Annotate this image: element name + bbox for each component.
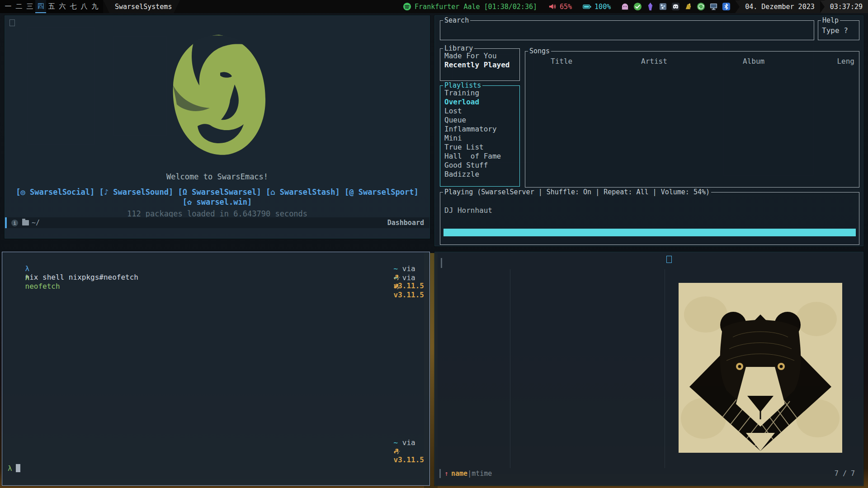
playlist-item[interactable]: Queue — [440, 116, 519, 125]
emacs-window[interactable]: Welcome to SwarsEmacs! [◎ SwarselSocial]… — [5, 15, 430, 239]
workspace-8[interactable]: 八 — [79, 0, 90, 13]
prompt-right-2: ~ via v3.11.5 — [376, 265, 424, 308]
packages-loaded-line: 112 packages loaded in 6.643790 seconds — [5, 209, 429, 218]
workspace-2[interactable]: 二 — [14, 0, 24, 13]
progress-bar[interactable] — [443, 229, 856, 236]
modeline-accent-bar — [5, 217, 7, 228]
sort-direction-icon[interactable]: ↑ — [444, 469, 451, 478]
library-item[interactable]: Recently Played — [440, 61, 519, 70]
swarsel-face-logo — [167, 31, 271, 167]
help-hint: Type ? — [822, 26, 848, 35]
file-count: 7 / 7 — [835, 469, 859, 478]
dashboard-link-swarsel-win[interactable]: [✿ swarsel.win] — [5, 197, 429, 206]
now-playing-widget[interactable]: Frankfurter Aale [01:38/02:36] — [397, 0, 542, 13]
clock-widget[interactable]: 03:37:29 — [825, 0, 868, 13]
info-circle-icon: i — [11, 220, 18, 226]
volume-value: 65% — [560, 3, 572, 11]
battery-value: 100% — [594, 3, 611, 11]
now-playing-text: Frankfurter Aale [01:38/02:36] — [415, 3, 537, 11]
playlist-item[interactable]: True List — [440, 143, 519, 152]
playlist-item[interactable]: Mini — [440, 134, 519, 143]
playlist-item[interactable]: Hall of Fame — [440, 152, 519, 161]
emacs-modeline: i ~/ Dashboard — [5, 217, 429, 228]
help-box: Help Type ? — [818, 20, 859, 40]
battery-icon — [583, 2, 591, 11]
songs-label: Songs — [528, 47, 551, 55]
volume-widget[interactable]: 65% — [542, 0, 577, 13]
playlist-item[interactable]: Overload — [440, 98, 519, 107]
modeline-path: ~/ — [32, 219, 40, 227]
playlist-item[interactable]: Good Stuff — [440, 161, 519, 170]
monitor-icon[interactable] — [709, 2, 718, 11]
workspace-1[interactable]: 一 — [3, 0, 14, 13]
workspace-5[interactable]: 五 — [46, 0, 57, 13]
search-box[interactable]: Search — [440, 20, 814, 40]
prompt-right-3: ~ via v3.11.5 — [376, 430, 424, 473]
clock-text: 03:37:29 — [830, 3, 863, 11]
command-2: neofetch — [25, 282, 60, 291]
help-label: Help — [821, 16, 840, 24]
dashboard-links[interactable]: [◎ SwarselSocial] [♪ SwarselSound] [Ω Sw… — [5, 188, 429, 197]
library-item[interactable]: Made For You — [440, 52, 519, 61]
playing-artist: DJ Hornhaut — [444, 206, 492, 215]
songs-box[interactable]: Songs Title Artist Album Leng — [525, 51, 859, 188]
workspace-4[interactable]: 四 — [35, 0, 46, 13]
playlists-label: Playlists — [443, 81, 482, 89]
workspace-7[interactable]: 七 — [68, 0, 79, 13]
workspace-3[interactable]: 三 — [24, 0, 35, 13]
file-manager-window[interactable]: ↑ name |mtime 7 / 7 — [434, 252, 863, 486]
shell-prompt[interactable]: λ — [8, 464, 20, 473]
system-tray[interactable] — [616, 0, 735, 13]
bear-artwork-preview — [679, 283, 842, 453]
text-cursor — [16, 464, 20, 472]
songs-header-row: Title Artist Album Leng — [525, 57, 859, 66]
playlist-item[interactable]: Training — [440, 89, 519, 98]
date-widget[interactable]: 04. Dezember 2023 — [740, 0, 820, 13]
status-bar: 一二三四五六七八九 SwarselSystems Frankfurter Aal… — [0, 0, 868, 13]
progress-fill — [443, 229, 856, 236]
playlist-item[interactable]: Badizzle — [440, 170, 519, 179]
window-tab-icon — [9, 19, 15, 26]
modeline-buffer-name: Dashboard — [387, 219, 424, 227]
welcome-banner: Welcome to SwarsEmacs! — [5, 172, 429, 181]
sort-alt-field[interactable]: |mtime — [467, 469, 492, 478]
workspace-9[interactable]: 九 — [90, 0, 100, 13]
workspace-switcher[interactable]: 一二三四五六七八九 — [0, 0, 103, 13]
now-playing-box: Playing (SwarselServer | Shuffle: On | R… — [440, 192, 859, 245]
terminal-window[interactable]: λ nix shell nixpkgs#neofetch ~ via v3.11… — [2, 252, 430, 486]
focused-window-title: SwarselSystems — [103, 0, 180, 13]
battery-widget[interactable]: 100% — [577, 0, 616, 13]
turtle-icon[interactable] — [684, 2, 693, 11]
playlist-item[interactable]: Inflammatory — [440, 125, 519, 134]
date-text: 04. Dezember 2023 — [745, 3, 815, 11]
playlists-box[interactable]: Playlists TrainingOverloadLostQueueInfla… — [440, 85, 520, 187]
python-icon — [394, 448, 400, 455]
prompt-lambda: λ — [25, 273, 30, 282]
library-label: Library — [443, 44, 474, 52]
syncthing-icon[interactable] — [697, 2, 705, 11]
speaker-icon — [548, 2, 557, 11]
music-player-window[interactable]: Search Help Type ? Library Made For YouR… — [434, 15, 863, 246]
python-icon — [394, 283, 400, 290]
library-box[interactable]: Library Made For YouRecently Played — [440, 48, 520, 81]
notification-ghost-icon[interactable] — [621, 2, 629, 11]
pixel-app-icon[interactable] — [659, 2, 667, 11]
workspace-6[interactable]: 六 — [57, 0, 68, 13]
search-label: Search — [443, 16, 470, 24]
preview-tab-icon — [666, 256, 672, 263]
bluetooth-icon[interactable] — [722, 2, 731, 11]
playlist-item[interactable]: Lost — [440, 107, 519, 116]
sort-field[interactable]: name — [451, 469, 467, 478]
purple-gem-icon[interactable] — [646, 2, 655, 11]
status-line: ↑ name |mtime 7 / 7 — [439, 469, 859, 478]
playing-label: Playing (SwarselServer | Shuffle: On | R… — [443, 188, 711, 196]
check-icon[interactable] — [633, 2, 642, 11]
breadcrumb-bar — [441, 258, 442, 268]
folder-icon — [22, 220, 29, 225]
discord-icon[interactable] — [671, 2, 680, 11]
spotify-icon — [403, 2, 411, 11]
